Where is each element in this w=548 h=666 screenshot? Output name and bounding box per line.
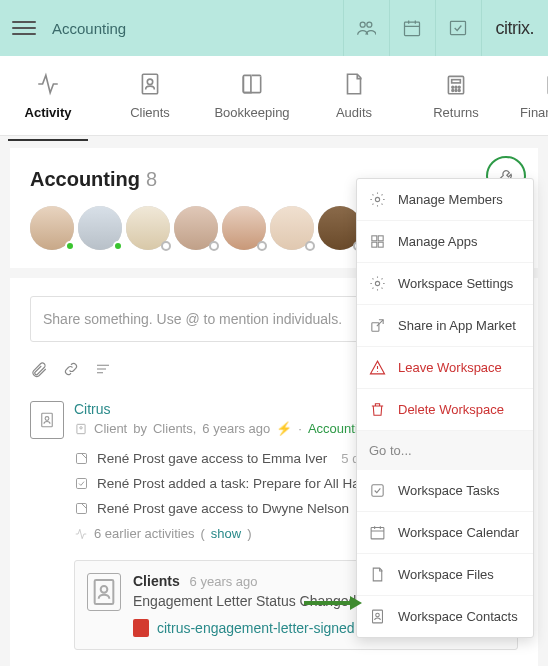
sub-title[interactable]: Clients bbox=[133, 573, 180, 589]
feed-by: by bbox=[133, 421, 147, 436]
lightning-icon: ⚡ bbox=[276, 421, 292, 436]
svg-rect-26 bbox=[378, 236, 383, 241]
avatar[interactable] bbox=[126, 206, 170, 250]
tab-label: Bookkeeping bbox=[214, 105, 289, 120]
avatar[interactable] bbox=[222, 206, 266, 250]
calendar-icon[interactable] bbox=[389, 0, 435, 56]
avatar[interactable] bbox=[78, 206, 122, 250]
tab-label: Clients bbox=[130, 105, 170, 120]
svg-point-8 bbox=[452, 86, 454, 88]
svg-point-12 bbox=[455, 90, 457, 92]
svg-point-18 bbox=[80, 426, 82, 428]
menu-delete-workspace[interactable]: Delete Workspace bbox=[357, 389, 533, 431]
menu-workspace-calendar[interactable]: Workspace Calendar bbox=[357, 512, 533, 554]
menu-label: Workspace Tasks bbox=[398, 483, 499, 498]
feed-app-icon bbox=[30, 401, 64, 439]
avatar[interactable] bbox=[174, 206, 218, 250]
tab-financial[interactable]: Financial R... bbox=[528, 61, 548, 130]
link-icon[interactable] bbox=[62, 360, 80, 381]
menu-manage-members[interactable]: Manage Members bbox=[357, 179, 533, 221]
menu-section-header: Go to... bbox=[357, 431, 533, 470]
members-count: 8 bbox=[146, 168, 157, 191]
svg-rect-25 bbox=[372, 236, 377, 241]
svg-point-0 bbox=[360, 22, 365, 27]
activity-show-link[interactable]: show bbox=[211, 526, 241, 541]
menu-label: Leave Workspace bbox=[398, 360, 502, 375]
sub-card-icon bbox=[87, 573, 121, 611]
menu-label: Workspace Files bbox=[398, 567, 494, 582]
svg-rect-21 bbox=[77, 504, 87, 514]
tab-clients[interactable]: Clients bbox=[120, 61, 180, 130]
svg-point-9 bbox=[455, 86, 457, 88]
svg-rect-3 bbox=[451, 21, 466, 34]
menu-workspace-files[interactable]: Workspace Files bbox=[357, 554, 533, 596]
tab-label: Returns bbox=[433, 105, 479, 120]
svg-rect-19 bbox=[77, 454, 87, 464]
workspace-title[interactable]: Accounting bbox=[52, 20, 126, 37]
svg-point-5 bbox=[147, 79, 152, 84]
svg-rect-2 bbox=[405, 22, 420, 35]
menu-label: Manage Members bbox=[398, 192, 503, 207]
svg-point-13 bbox=[458, 90, 460, 92]
menu-share-app-market[interactable]: Share in App Market bbox=[357, 305, 533, 347]
svg-point-23 bbox=[101, 586, 108, 593]
sub-time: 6 years ago bbox=[190, 574, 258, 589]
activity-text: René Prost gave access to Dwyne Nelson bbox=[97, 501, 349, 516]
feed-author: Clients, bbox=[153, 421, 196, 436]
svg-point-10 bbox=[458, 86, 460, 88]
avatar[interactable] bbox=[30, 206, 74, 250]
activity-text: René Prost gave access to Emma Iver bbox=[97, 451, 327, 466]
members-title: Accounting bbox=[30, 168, 140, 191]
format-icon[interactable] bbox=[94, 360, 112, 381]
menu-label: Delete Workspace bbox=[398, 402, 504, 417]
brand-logo: citrix. bbox=[481, 0, 549, 56]
tab-label: Financial R... bbox=[520, 105, 548, 120]
tab-bookkeeping[interactable]: Bookkeeping bbox=[222, 61, 282, 130]
top-bar: Accounting citrix. bbox=[0, 0, 548, 56]
feed-type: Client bbox=[94, 421, 127, 436]
menu-label: Manage Apps bbox=[398, 234, 478, 249]
svg-rect-7 bbox=[452, 80, 461, 83]
svg-point-29 bbox=[375, 281, 379, 285]
svg-rect-31 bbox=[372, 485, 383, 496]
tab-label: Activity bbox=[25, 105, 72, 120]
svg-rect-28 bbox=[378, 242, 383, 247]
activity-more-count: 6 earlier activities bbox=[94, 526, 194, 541]
svg-rect-20 bbox=[77, 479, 87, 489]
tab-activity[interactable]: Activity bbox=[18, 61, 78, 130]
menu-label: Workspace Contacts bbox=[398, 609, 518, 624]
menu-leave-workspace[interactable]: Leave Workspace bbox=[357, 347, 533, 389]
avatar[interactable] bbox=[270, 206, 314, 250]
svg-rect-30 bbox=[372, 323, 379, 332]
attachment-icon[interactable] bbox=[30, 360, 48, 381]
menu-manage-apps[interactable]: Manage Apps bbox=[357, 221, 533, 263]
nav-tabs: Activity Clients Bookkeeping Audits Retu… bbox=[0, 56, 548, 136]
menu-icon[interactable] bbox=[12, 16, 36, 40]
menu-workspace-tasks[interactable]: Workspace Tasks bbox=[357, 470, 533, 512]
menu-label: Workspace Calendar bbox=[398, 525, 519, 540]
svg-rect-32 bbox=[371, 528, 384, 539]
svg-point-24 bbox=[375, 197, 379, 201]
menu-label: Workspace Settings bbox=[398, 276, 513, 291]
menu-workspace-settings[interactable]: Workspace Settings bbox=[357, 263, 533, 305]
feed-time: 6 years ago bbox=[202, 421, 270, 436]
attachment-name: citrus-engagement-letter-signed.pdf bbox=[157, 620, 378, 636]
tasks-icon[interactable] bbox=[435, 0, 481, 56]
activity-text: René Prost added a task: Prepare for All… bbox=[97, 476, 367, 491]
workspace-settings-menu: Manage Members Manage Apps Workspace Set… bbox=[356, 178, 534, 638]
tab-returns[interactable]: Returns bbox=[426, 61, 486, 130]
svg-rect-27 bbox=[372, 242, 377, 247]
members-icon[interactable] bbox=[343, 0, 389, 56]
svg-point-34 bbox=[376, 613, 380, 617]
tab-label: Audits bbox=[336, 105, 372, 120]
menu-label: Share in App Market bbox=[398, 318, 516, 333]
svg-point-1 bbox=[367, 22, 372, 27]
svg-point-11 bbox=[452, 90, 454, 92]
menu-workspace-contacts[interactable]: Workspace Contacts bbox=[357, 596, 533, 637]
pdf-icon bbox=[133, 619, 149, 637]
tab-audits[interactable]: Audits bbox=[324, 61, 384, 130]
topbar-right: citrix. bbox=[343, 0, 549, 56]
svg-point-16 bbox=[45, 417, 49, 421]
